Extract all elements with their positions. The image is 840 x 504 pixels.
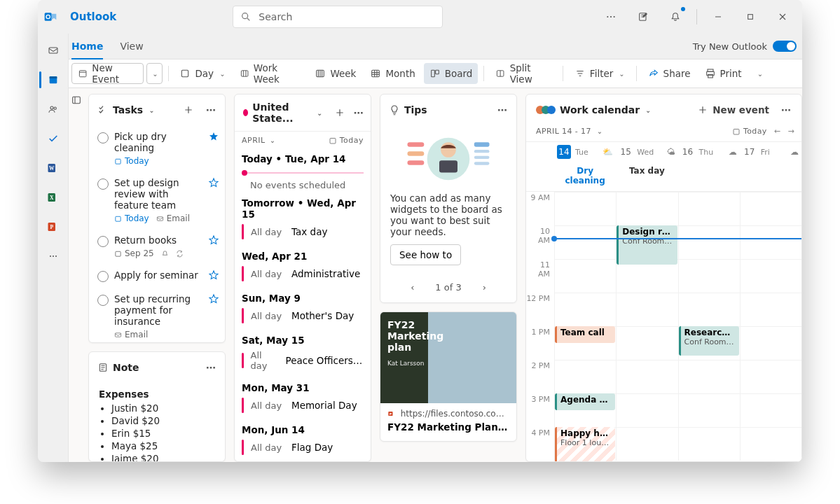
print-button[interactable]: Print (699, 63, 748, 84)
tips-next[interactable]: › (483, 282, 486, 293)
calendar-event[interactable]: Happy hourFloor 1 lounge Cecil Folk (555, 427, 615, 461)
calendar-event[interactable]: Agenda view (555, 393, 615, 410)
close-button[interactable] (769, 3, 797, 31)
calendar-cell[interactable] (740, 326, 801, 360)
calendar-cell[interactable] (740, 192, 801, 225)
chevron-down-icon[interactable]: ⌄ (149, 106, 154, 114)
holiday-event[interactable]: All dayAdministrative (242, 262, 364, 286)
rail-calendar[interactable] (39, 67, 67, 92)
calendar-cell[interactable] (554, 293, 616, 326)
task-item[interactable]: Apply for seminar (89, 264, 225, 288)
go-today-button[interactable]: Today (732, 127, 767, 136)
calendar-cell[interactable] (678, 225, 740, 259)
add-event-button[interactable] (333, 104, 346, 121)
split-view-button[interactable]: Split View (490, 63, 557, 84)
note-more-icon[interactable]: ⋯ (202, 359, 219, 376)
calendar-cell[interactable] (740, 293, 801, 326)
more-icon[interactable] (597, 3, 625, 31)
calendar-cell[interactable] (678, 259, 740, 293)
work-cal-more-icon[interactable]: ⋯ (778, 102, 794, 118)
calendar-event[interactable]: Team call (555, 326, 615, 343)
view-week[interactable]: Week (309, 63, 362, 84)
chevron-down-icon[interactable]: ⌄ (645, 106, 651, 114)
holiday-event[interactable]: All dayTax day (242, 220, 364, 244)
prev-range[interactable]: ← (774, 127, 781, 136)
task-item[interactable]: Pick up dry cleaningToday (89, 125, 225, 172)
try-new-outlook-toggle[interactable] (773, 41, 797, 52)
new-event-button[interactable]: New event (694, 104, 772, 115)
board[interactable]: Tasks⌄ ⋯ Pick up dry cleaningToday Set u… (69, 88, 802, 462)
holiday-event[interactable]: All dayMemorial Day (242, 393, 364, 417)
calendar-day-header[interactable]: 17Fri☁ (740, 142, 801, 163)
minimize-button[interactable] (704, 3, 732, 31)
calendar-cell[interactable] (616, 326, 677, 360)
calendar-cell[interactable] (678, 293, 740, 326)
task-item[interactable]: Set up design review with feature teamTo… (89, 172, 225, 229)
rail-excel[interactable]: X (39, 185, 67, 210)
file-card[interactable]: FY22 Marketing plan Kat Larsson P https:… (380, 312, 517, 442)
new-event-button[interactable]: New Event (71, 63, 144, 84)
today-button[interactable]: Today (329, 136, 364, 145)
view-work-week[interactable]: Work Week (234, 63, 307, 84)
toolbar-overflow[interactable]: ⌄ (750, 63, 769, 84)
star-outline-icon[interactable] (208, 234, 219, 246)
calendar-cell[interactable] (554, 259, 616, 293)
view-month[interactable]: Month (364, 63, 420, 84)
task-complete-circle[interactable] (97, 295, 109, 306)
add-task-button[interactable] (180, 102, 197, 118)
calendar-cell[interactable] (616, 393, 677, 427)
allday-event[interactable]: Tax day (616, 163, 677, 191)
calendar-cell[interactable] (740, 225, 801, 259)
holiday-event[interactable]: All dayPeace Officers Me... (242, 346, 364, 375)
date-range-picker[interactable]: APRIL 14 - 17⌄ (536, 127, 603, 136)
allday-event[interactable]: Dry cleaning (554, 163, 616, 191)
collapse-panel-icon[interactable] (69, 92, 84, 108)
new-event-dropdown[interactable]: ⌄ (146, 63, 162, 84)
calendar-cell[interactable] (740, 360, 801, 393)
task-item[interactable]: Set up recurring payment for insuranceEm… (89, 288, 225, 343)
next-range[interactable]: → (787, 127, 794, 136)
calendar-cell[interactable] (678, 360, 740, 393)
calendar-cell[interactable] (554, 225, 616, 259)
rail-word[interactable]: W (39, 155, 67, 181)
rail-mail[interactable] (39, 38, 67, 63)
calendar-cell[interactable] (616, 360, 677, 393)
calendar-event[interactable]: Design reviewConf Room 32/ Miguel Garcia (617, 225, 677, 265)
calendar-day-header[interactable]: 15Wed🌤 (616, 142, 677, 163)
tips-more-icon[interactable]: ⋯ (494, 102, 511, 118)
star-outline-icon[interactable] (208, 177, 219, 188)
calendar-cell[interactable] (678, 393, 740, 427)
view-day[interactable]: Day⌄ (174, 63, 230, 84)
note-body[interactable]: Expenses Justin $20David $20Erin $15Maya… (89, 383, 225, 462)
filter-button[interactable]: Filter⌄ (569, 63, 631, 84)
view-board[interactable]: Board (424, 63, 478, 84)
rail-powerpoint[interactable]: P (39, 214, 67, 239)
task-complete-circle[interactable] (97, 178, 109, 190)
star-outline-icon[interactable] (208, 293, 219, 304)
calendar-cell[interactable] (554, 360, 616, 393)
calendar-cell[interactable] (740, 393, 801, 427)
calendar-cell[interactable] (616, 427, 677, 461)
rail-people[interactable] (39, 97, 67, 122)
calendar-cell[interactable] (678, 192, 740, 225)
maximize-button[interactable] (736, 3, 764, 31)
calendar-cell[interactable] (616, 192, 677, 225)
task-complete-circle[interactable] (97, 271, 109, 282)
calendar-cell[interactable] (740, 427, 801, 461)
note-icon[interactable] (629, 3, 657, 31)
tips-prev[interactable]: ‹ (411, 282, 414, 293)
search-input[interactable]: Search (233, 6, 443, 28)
tasks-more-icon[interactable]: ⋯ (202, 102, 219, 118)
calendar-day-header[interactable]: 16Thu☁ (678, 142, 740, 163)
share-button[interactable]: Share (642, 63, 696, 84)
calendar-cell[interactable] (554, 192, 616, 225)
calendar-event[interactable]: Research plaConf Room 32/ Wanda Howard (679, 326, 739, 356)
holiday-event[interactable]: All dayMother's Day (242, 304, 364, 328)
tab-view[interactable]: View (120, 34, 143, 59)
star-outline-icon[interactable] (208, 270, 219, 281)
chevron-down-icon[interactable]: ⌄ (317, 109, 322, 117)
task-complete-circle[interactable] (97, 132, 109, 144)
bell-icon[interactable] (661, 3, 689, 31)
calendar-cell[interactable] (616, 293, 677, 326)
month-picker[interactable]: APRIL ⌄ (242, 136, 276, 145)
